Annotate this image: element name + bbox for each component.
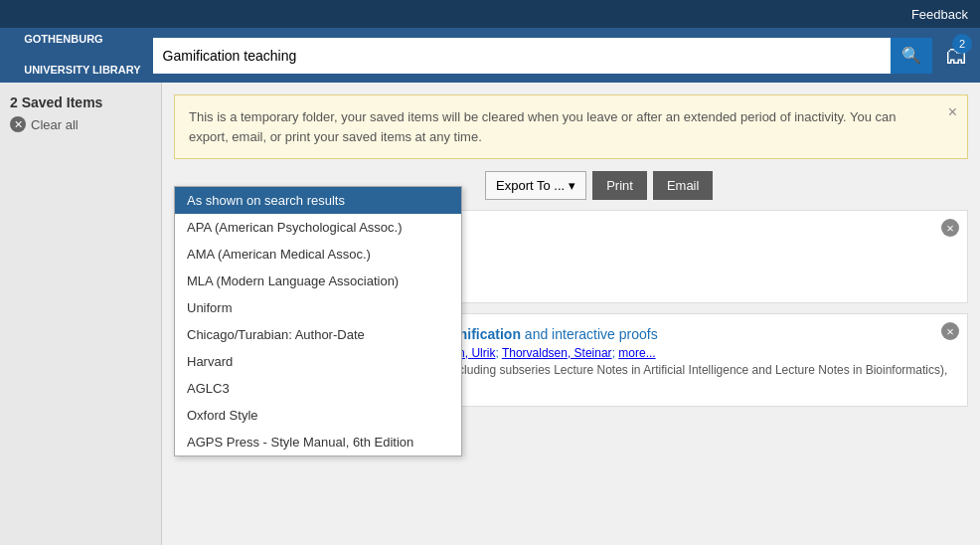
export-label: Export To ... — [496, 178, 565, 193]
more-link-2[interactable]: more... — [618, 346, 655, 360]
search-input[interactable] — [153, 38, 891, 74]
info-banner-close-button[interactable]: × — [948, 103, 957, 121]
citation-format-dropdown[interactable]: As shown on search results APA (American… — [174, 186, 462, 456]
dropdown-item-9[interactable]: AGPS Press - Style Manual, 6th Edition — [175, 429, 461, 455]
dropdown-item-2[interactable]: AMA (American Medical Assoc.) — [175, 241, 461, 268]
info-banner: This is a temporary folder, your saved i… — [174, 94, 968, 159]
content-area: This is a temporary folder, your saved i… — [162, 83, 980, 545]
feedback-link[interactable]: Feedback — [911, 7, 968, 22]
saved-badge-container: 2 🗂 — [944, 42, 968, 70]
search-bar: 🔍 — [153, 38, 932, 74]
clear-icon: ✕ — [10, 116, 26, 132]
remove-icon-2: × — [941, 322, 959, 340]
dropdown-item-5[interactable]: Chicago/Turabian: Author-Date — [175, 321, 461, 348]
dropdown-item-7[interactable]: AGLC3 — [175, 375, 461, 402]
dropdown-item-1[interactable]: APA (American Psychological Assoc.) — [175, 214, 461, 241]
saved-items-label: 2 Saved Items — [10, 94, 151, 110]
export-button[interactable]: Export To ... ▾ — [485, 171, 586, 200]
feedback-bar: Feedback — [0, 0, 980, 28]
search-icon: 🔍 — [901, 46, 921, 65]
dropdown-item-3[interactable]: MLA (Modern Language Association) — [175, 268, 461, 294]
author-link-2c[interactable]: Thorvaldsen, Steinar — [502, 346, 612, 360]
info-banner-text: This is a temporary folder, your saved i… — [189, 109, 897, 144]
toolbar: As shown on search results APA (American… — [174, 171, 968, 200]
dropdown-item-6[interactable]: Harvard — [175, 348, 461, 375]
search-button[interactable]: 🔍 — [891, 38, 932, 74]
sidebar: 2 Saved Items ✕ Clear all — [0, 83, 162, 545]
email-button[interactable]: Email — [653, 171, 714, 200]
dropdown-item-8[interactable]: Oxford Style — [175, 402, 461, 429]
saved-count-badge: 2 — [952, 34, 972, 54]
export-caret-icon: ▾ — [569, 178, 575, 193]
clear-all-button[interactable]: ✕ Clear all — [10, 116, 79, 132]
dropdown-item-0[interactable]: As shown on search results — [175, 187, 461, 214]
remove-item-2-button[interactable]: × — [941, 322, 959, 340]
clear-all-label: Clear all — [31, 117, 79, 132]
remove-icon-1: × — [941, 219, 959, 237]
header: GOTHENBURG UNIVERSITY LIBRARY 🔍 2 🗂 — [0, 28, 980, 83]
main-layout: 2 Saved Items ✕ Clear all This is a temp… — [0, 83, 980, 545]
remove-item-1-button[interactable]: × — [941, 219, 959, 237]
dropdown-item-4[interactable]: Uniform — [175, 294, 461, 321]
print-button[interactable]: Print — [592, 171, 647, 200]
